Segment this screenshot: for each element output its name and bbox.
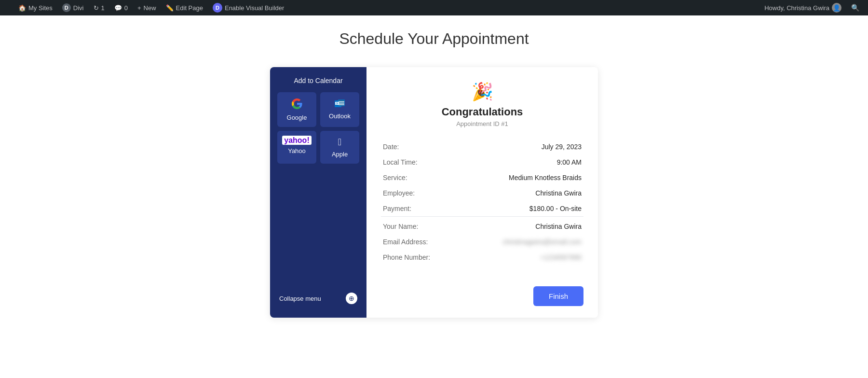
edit-page-item[interactable]: ✏️ Edit Page (161, 0, 208, 15)
outlook-calendar-button[interactable]: Ol Outlook (320, 92, 359, 127)
date-row: Date: July 29, 2023 (381, 139, 583, 154)
calendar-buttons: Google Ol (277, 92, 359, 164)
new-item[interactable]: + New (133, 0, 161, 15)
appointment-id: Appointment ID #1 (381, 120, 583, 127)
revisions-count: 1 (101, 4, 105, 12)
outlook-label: Outlook (329, 112, 351, 120)
comments-icon: 💬 (114, 4, 122, 12)
congrats-section: 🎉 Congratulations Appointment ID #1 (381, 82, 583, 127)
right-panel: 🎉 Congratulations Appointment ID #1 Date… (366, 67, 598, 318)
your-name-value: Christina Gwira (472, 217, 583, 235)
phone-row: Phone Number: +1234567890 (381, 250, 583, 265)
payment-row: Payment: $180.00 - On-site (381, 201, 583, 217)
divi-item[interactable]: D Divi (57, 0, 89, 15)
date-value: July 29, 2023 (472, 139, 583, 154)
left-panel: Add to Calendar Google (270, 67, 366, 318)
finish-button[interactable]: Finish (533, 286, 583, 306)
edit-icon: ✏️ (166, 4, 174, 12)
payment-label: Payment: (381, 201, 472, 217)
payment-value: $180.00 - On-site (472, 201, 583, 217)
howdy-label: Howdy, Christina Gwira (764, 4, 829, 12)
details-table: Date: July 29, 2023 Local Time: 9:00 AM … (381, 139, 583, 265)
howdy-item[interactable]: Howdy, Christina Gwira 👤 (760, 0, 846, 15)
enable-visual-builder-item[interactable]: D Enable Visual Builder (208, 0, 289, 15)
employee-value: Christina Gwira (472, 185, 583, 201)
google-label: Google (287, 114, 307, 121)
collapse-icon: ⊕ (346, 293, 357, 304)
apple-icon:  (338, 137, 341, 148)
congrats-title: Congratulations (381, 106, 583, 118)
user-avatar: 👤 (832, 3, 841, 13)
service-value: Medium Knotless Braids (472, 170, 583, 185)
local-time-row: Local Time: 9:00 AM (381, 154, 583, 170)
apple-label: Apple (332, 151, 348, 158)
divi-label: Divi (73, 4, 84, 12)
svg-text:Ol: Ol (336, 102, 339, 105)
yahoo-label: Yahoo (288, 147, 306, 154)
appointment-widget: Add to Calendar Google (270, 67, 598, 318)
google-calendar-button[interactable]: Google (277, 92, 316, 127)
my-sites-item[interactable]: 🏠 My Sites (14, 0, 57, 15)
wp-logo[interactable] (4, 0, 14, 15)
sites-icon: 🏠 (18, 4, 26, 12)
my-sites-label: My Sites (28, 4, 53, 12)
local-time-label: Local Time: (381, 154, 472, 170)
google-icon (291, 98, 303, 111)
party-icon: 🎉 (381, 82, 583, 102)
email-value: christinagwira@email.com (472, 234, 583, 250)
plus-icon: + (137, 4, 141, 12)
divi-enable-icon: D (213, 3, 222, 13)
add-to-calendar-title: Add to Calendar (277, 77, 359, 84)
email-row: Email Address: christinagwira@email.com (381, 234, 583, 250)
comments-item[interactable]: 💬 0 (109, 0, 133, 15)
search-button[interactable]: 🔍 (846, 0, 864, 15)
employee-row: Employee: Christina Gwira (381, 185, 583, 201)
your-name-row: Your Name: Christina Gwira (381, 217, 583, 235)
service-label: Service: (381, 170, 472, 185)
phone-value: +1234567890 (472, 250, 583, 265)
yahoo-calendar-button[interactable]: yahoo! Yahoo (277, 131, 316, 164)
page-title: Schedule Your Appointment (19, 30, 849, 48)
local-time-value: 9:00 AM (472, 154, 583, 170)
new-label: New (144, 4, 156, 12)
yahoo-icon: yahoo! (282, 137, 311, 144)
collapse-menu-button[interactable]: Collapse menu ⊕ (277, 289, 359, 308)
main-content: Schedule Your Appointment Add to Calenda… (0, 15, 868, 378)
comments-count: 0 (124, 4, 128, 12)
service-row: Service: Medium Knotless Braids (381, 170, 583, 185)
outlook-icon: Ol (334, 98, 346, 110)
email-label: Email Address: (381, 234, 472, 250)
collapse-label: Collapse menu (279, 295, 321, 302)
employee-label: Employee: (381, 185, 472, 201)
enable-visual-builder-label: Enable Visual Builder (225, 4, 284, 12)
search-icon: 🔍 (851, 4, 859, 12)
phone-label: Phone Number: (381, 250, 472, 265)
divi-icon: D (62, 3, 71, 12)
admin-bar: 🏠 My Sites D Divi ↻ 1 💬 0 + New ✏️ Edit … (0, 0, 868, 15)
date-label: Date: (381, 139, 472, 154)
revisions-icon: ↻ (94, 4, 99, 12)
apple-calendar-button[interactable]:  Apple (320, 131, 359, 164)
your-name-label: Your Name: (381, 217, 472, 235)
revisions-item[interactable]: ↻ 1 (89, 0, 109, 15)
edit-page-label: Edit Page (176, 4, 203, 12)
